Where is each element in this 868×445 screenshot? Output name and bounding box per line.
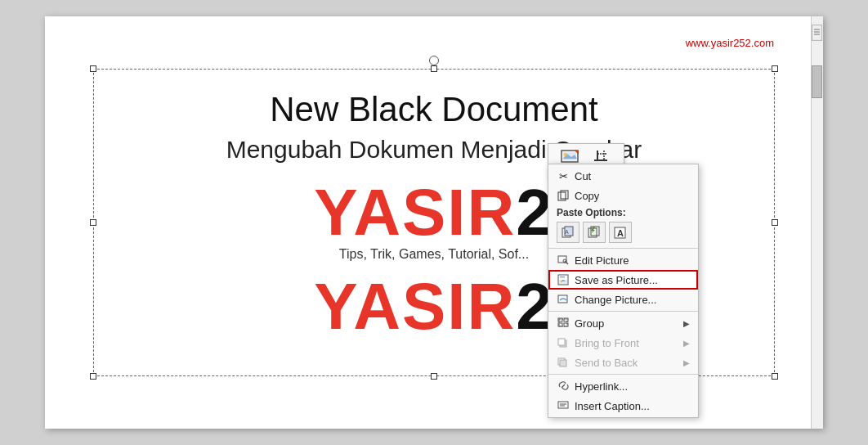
yasir-brand-text-2: YASIR2 xyxy=(314,274,554,339)
group-arrow: ▶ xyxy=(683,319,690,328)
save-as-picture-menu-item[interactable]: Save as Picture... xyxy=(548,270,698,290)
handle-bot-mid[interactable] xyxy=(431,373,437,380)
style-icon xyxy=(560,149,579,165)
save-as-picture-label: Save as Picture... xyxy=(575,274,658,286)
hyperlink-icon xyxy=(557,380,570,393)
cut-label: Cut xyxy=(575,170,591,182)
yasir-brand-text-1: YASIR2 xyxy=(314,180,554,245)
edit-picture-menu-item[interactable]: Edit Picture xyxy=(548,250,698,270)
yasir-logo-1: YASIR2 Tips, Trik, Games, Tutorial, Sof.… xyxy=(314,180,554,262)
cut-menu-item[interactable]: ✂ Cut xyxy=(548,166,698,186)
hyperlink-label: Hyperlink... xyxy=(575,380,628,393)
yasir-logo-2: YASIR2 xyxy=(314,274,554,339)
save-as-picture-icon xyxy=(557,273,570,286)
group-icon xyxy=(557,317,570,330)
bring-to-front-label: Bring to Front xyxy=(575,337,639,349)
change-picture-label: Change Picture... xyxy=(575,294,656,306)
bring-to-front-arrow: ▶ xyxy=(683,339,690,348)
separator-1 xyxy=(548,248,698,249)
paste-no-formatting[interactable] xyxy=(583,222,606,243)
yasir-red-1: YASIR xyxy=(314,176,516,249)
svg-rect-39 xyxy=(812,25,821,40)
paste-icons-row: A A xyxy=(557,222,690,243)
edit-picture-label: Edit Picture xyxy=(575,254,629,267)
handle-top-left[interactable] xyxy=(90,65,96,72)
cut-icon: ✂ xyxy=(557,169,570,182)
scrollbar-thumb[interactable] xyxy=(812,65,822,98)
handle-top-mid[interactable] xyxy=(431,65,437,72)
svg-rect-32 xyxy=(558,339,565,345)
paste-keep-source[interactable]: A xyxy=(557,222,579,243)
insert-caption-menu-item[interactable]: Insert Caption... xyxy=(548,396,698,416)
context-menu: ✂ Cut Copy Paste Options: A A xyxy=(548,164,699,418)
svg-point-24 xyxy=(561,281,562,282)
handle-top-right[interactable] xyxy=(772,65,778,72)
svg-rect-21 xyxy=(560,275,565,278)
group-menu-item[interactable]: Group ▶ xyxy=(548,313,698,333)
crop-icon xyxy=(593,149,612,165)
handle-mid-right[interactable] xyxy=(772,219,778,226)
send-to-back-icon xyxy=(557,356,570,369)
paste-options-label: Paste Options: xyxy=(557,207,690,218)
svg-rect-36 xyxy=(558,402,568,408)
paste-text-only[interactable]: A xyxy=(609,222,632,243)
document-area: www.yasir252.com New Black Document Meng… xyxy=(45,16,823,429)
handle-bot-right[interactable] xyxy=(772,373,778,380)
bring-to-front-menu-item[interactable]: Bring to Front ▶ xyxy=(548,333,698,353)
bring-to-front-icon xyxy=(557,336,570,349)
handle-mid-left[interactable] xyxy=(90,219,96,226)
edit-picture-icon xyxy=(557,254,570,267)
paste-options-section: Paste Options: A A xyxy=(548,205,698,246)
send-to-back-label: Send to Back xyxy=(575,357,638,369)
document-title: New Black Document xyxy=(270,90,597,129)
svg-line-35 xyxy=(562,384,565,388)
yasir-red-2: YASIR xyxy=(314,270,516,343)
separator-2 xyxy=(548,311,698,312)
rotate-handle[interactable] xyxy=(429,56,439,65)
hyperlink-menu-item[interactable]: Hyperlink... xyxy=(548,376,698,396)
scrollbar[interactable] xyxy=(811,16,823,429)
scroll-icon[interactable] xyxy=(812,25,822,41)
send-to-back-arrow: ▶ xyxy=(683,358,690,367)
copy-label: Copy xyxy=(575,190,599,202)
separator-3 xyxy=(548,374,698,375)
yasir-tagline: Tips, Trik, Games, Tutorial, Sof... xyxy=(339,247,529,262)
change-picture-menu-item[interactable]: Change Picture... xyxy=(548,290,698,309)
handle-bot-left[interactable] xyxy=(90,373,96,380)
website-label: www.yasir252.com xyxy=(686,37,774,49)
svg-text:A: A xyxy=(617,228,624,238)
insert-caption-label: Insert Caption... xyxy=(575,400,650,412)
copy-menu-item[interactable]: Copy xyxy=(548,186,698,205)
group-label: Group xyxy=(575,317,604,330)
send-to-back-menu-item[interactable]: Send to Back ▶ xyxy=(548,353,698,372)
change-picture-icon xyxy=(557,293,570,306)
insert-caption-icon xyxy=(557,399,570,412)
svg-point-3 xyxy=(564,153,567,156)
svg-rect-34 xyxy=(560,360,566,366)
copy-icon xyxy=(557,189,570,202)
svg-text:A: A xyxy=(565,229,569,235)
